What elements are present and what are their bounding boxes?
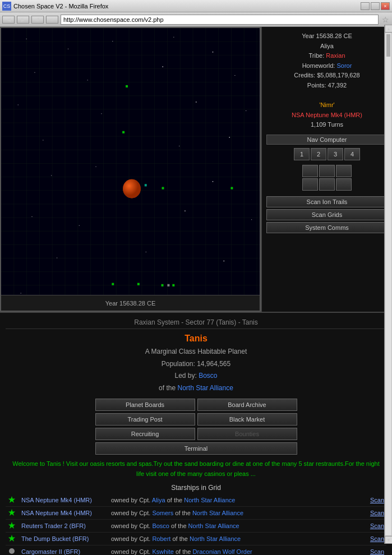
ship-owner-cell: owned by Cpt. Somers of the North Star A… <box>109 506 358 519</box>
svg-rect-51 <box>101 113 102 114</box>
ships-table: NSA Neptune Mk4 (HMR) owned by Cpt. Aliy… <box>6 494 386 555</box>
captain-name[interactable]: Robert <box>152 535 170 542</box>
recruiting-button[interactable]: Recruiting <box>95 428 195 440</box>
ship-name-cell[interactable]: NSA Neptune Mk4 (HMR) <box>19 506 109 519</box>
captain-name[interactable]: Aliya <box>152 497 165 503</box>
maximize-button[interactable]: □ <box>371 2 380 10</box>
ship-owner-cell: owned by Cpt. Bosco of the North Star Al… <box>109 519 358 532</box>
terminal-button[interactable]: Terminal <box>95 442 297 455</box>
scroll-up-button[interactable]: ▲ <box>385 27 392 33</box>
map-year-display: Year 15638.28 CE <box>105 300 156 307</box>
bounties-button[interactable]: Bounties <box>197 428 297 440</box>
svg-rect-41 <box>26 39 27 39</box>
nav-buttons-row: 1 2 3 4 <box>266 148 388 160</box>
home-button[interactable]: ⌂ <box>46 16 58 24</box>
map-grid-svg <box>1 28 260 311</box>
captain-name[interactable]: Kswhite <box>152 548 174 555</box>
year-display: Year 15638.28 CE <box>266 31 388 41</box>
dir-btn-5[interactable] <box>319 178 335 191</box>
ship-name-cell[interactable]: Cargomaster II (BFR) <box>19 545 109 555</box>
captain-name[interactable]: Somers <box>152 510 173 516</box>
back-button[interactable]: ◀ <box>2 16 15 24</box>
planet-class: A Marginal Class Habitable Planet <box>6 346 386 358</box>
ship-name-cell[interactable]: Reuters Trader 2 (BFR) <box>19 519 109 532</box>
svg-rect-53 <box>246 110 246 111</box>
scroll-thumb[interactable] <box>386 34 390 57</box>
svg-rect-54 <box>43 140 43 141</box>
svg-rect-76 <box>162 187 164 189</box>
svg-marker-85 <box>8 509 15 516</box>
tribe-label: Tribe: <box>308 52 324 59</box>
ship-name-display: 'Nimr' <box>266 100 388 110</box>
alliance-name[interactable]: North Star Alliance <box>177 384 233 392</box>
svg-marker-87 <box>8 535 15 542</box>
table-row: NSA Neptune Mk4 (HMR) owned by Cpt. Aliy… <box>6 494 386 507</box>
player-name: Aliya <box>266 41 388 52</box>
captain-name[interactable]: Bosco <box>152 522 169 529</box>
nav-computer-label: Nav Computer <box>266 135 388 145</box>
close-button[interactable]: × <box>381 2 390 10</box>
forward-button[interactable]: ▶ <box>17 16 29 24</box>
dir-btn-1[interactable] <box>302 165 318 177</box>
star-map[interactable]: Year 15638.28 CE <box>0 27 261 312</box>
tribe-value[interactable]: Raxian <box>326 52 345 59</box>
system-comms-button[interactable]: System Comms <box>266 222 388 233</box>
homeworld-label: Homeworld: <box>302 62 335 69</box>
scan-cell: Scan <box>358 545 386 555</box>
homeworld-value[interactable]: Soror <box>336 62 352 69</box>
scan-grids-button[interactable]: Scan Grids <box>266 209 388 220</box>
scan-cell: Scan <box>358 494 386 507</box>
alliance-link[interactable]: Draconian Wolf Order <box>193 548 252 555</box>
scrollbar[interactable]: ▲ ▼ <box>384 27 392 544</box>
alliance-link[interactable]: North Star Alliance <box>188 522 239 529</box>
alliance-link[interactable]: North Star Alliance <box>192 510 243 516</box>
minimize-button[interactable]: _ <box>361 2 370 10</box>
scan-button[interactable]: Scan <box>370 510 384 516</box>
alliance-link[interactable]: North Star Alliance <box>184 497 235 503</box>
ship-name-cell[interactable]: NSA Neptune Mk4 (HMR) <box>19 494 109 507</box>
svg-rect-58 <box>96 166 96 167</box>
nav-btn-2[interactable]: 2 <box>311 148 326 160</box>
scroll-down-button[interactable]: ▼ <box>385 536 392 544</box>
nav-btn-4[interactable]: 4 <box>344 148 360 160</box>
svg-rect-46 <box>34 72 35 73</box>
alliance-link[interactable]: North Star Alliance <box>190 535 241 542</box>
dir-btn-2[interactable] <box>319 165 335 177</box>
scan-button[interactable]: Scan <box>370 522 384 529</box>
browser-icon: CS <box>2 2 11 11</box>
table-row: Cargomaster II (BFR) owned by Cpt. Kswhi… <box>6 545 386 555</box>
svg-rect-70 <box>126 85 128 87</box>
scan-button[interactable]: Scan <box>370 548 384 555</box>
browser-toolbar: ◀ ▶ ↺ ⌂ http://www.chosenspace.com/v2.ph… <box>0 12 392 27</box>
ship-icon-cell <box>6 519 19 532</box>
ship-name-cell[interactable]: The Dump Bucket (BFR) <box>19 532 109 545</box>
ship-icon-cell <box>6 494 19 507</box>
browser-title: Chosen Space V2 - Mozilla Firefox <box>13 3 108 10</box>
nav-btn-3[interactable]: 3 <box>328 148 343 160</box>
svg-rect-72 <box>230 187 233 189</box>
dir-btn-4[interactable] <box>302 178 318 191</box>
board-archive-button[interactable]: Board Archive <box>197 399 297 411</box>
reload-button[interactable]: ↺ <box>31 16 44 24</box>
trading-post-button[interactable]: Trading Post <box>95 413 195 425</box>
svg-rect-48 <box>163 66 163 67</box>
scan-ion-trails-button[interactable]: Scan Ion Trails <box>266 196 388 207</box>
address-bar[interactable]: http://www.chosenspace.com/v2.php <box>61 15 379 25</box>
svg-rect-49 <box>234 75 235 76</box>
ship-type-display: NSA Neptune Mk4 (HMR) <box>266 110 388 121</box>
svg-rect-43 <box>112 41 113 41</box>
scan-button[interactable]: Scan <box>370 535 384 542</box>
svg-point-74 <box>123 179 141 198</box>
dir-btn-3[interactable] <box>336 165 352 177</box>
leader-name[interactable]: Bosco <box>199 372 217 380</box>
bookmark-star[interactable]: ☆ <box>381 15 390 24</box>
black-market-button[interactable]: Black Market <box>197 413 297 425</box>
dir-btn-6[interactable] <box>336 178 352 191</box>
scan-button[interactable]: Scan <box>370 497 384 503</box>
svg-rect-52 <box>196 101 196 103</box>
svg-rect-80 <box>167 284 169 286</box>
scan-cell: Scan <box>358 506 386 519</box>
nav-btn-1[interactable]: 1 <box>294 148 310 160</box>
browser-controls[interactable]: _ □ × <box>361 2 390 10</box>
planet-boards-button[interactable]: Planet Boards <box>95 399 195 411</box>
